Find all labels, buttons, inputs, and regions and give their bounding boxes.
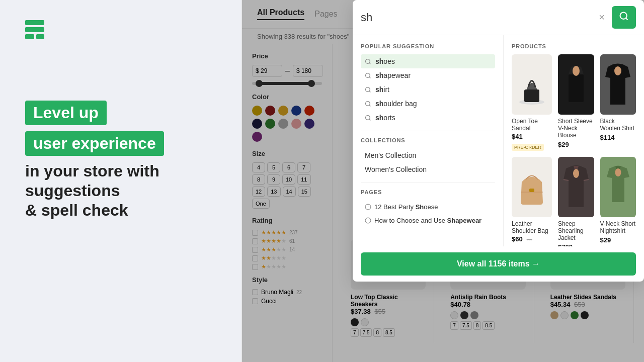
store-section: All Products Pages Showing 338 results f… [242,0,644,362]
sandal-name: Open Toe Sandal [512,118,552,132]
hero-text: Level up user experience in your store w… [25,101,216,342]
shirt-img [600,54,636,115]
svg-rect-1 [25,27,44,32]
svg-rect-0 [25,20,44,25]
svg-point-25 [573,66,580,76]
sandal-preorder-badge: PRE-ORDER [512,144,544,151]
shirt-name: Black Woolen Shirt [600,118,636,132]
hero-plain-2: suggestions [25,182,216,200]
jacket-img [558,157,594,217]
page-icon-shapewear [365,217,371,224]
search-icon-shirt [365,86,371,93]
svg-line-5 [626,18,628,20]
svg-line-13 [369,105,370,106]
product-leather-bag[interactable]: Leather Shoulder Bag $60 --- ON SALE [512,157,552,246]
blouse-img [558,54,594,115]
search-input[interactable] [361,11,592,24]
sandal-illustration [514,62,549,107]
suggestions-divider [361,131,495,131]
svg-line-9 [369,77,370,78]
logo-icon [25,20,45,40]
product-open-toe-sandal[interactable]: Open Toe Sandal $41 PRE-ORDER [512,54,552,151]
logo [25,20,216,40]
svg-point-29 [573,169,579,178]
search-bar: × [353,0,644,35]
svg-point-12 [366,101,370,106]
page-shapewear[interactable]: How to Choose and Use Shapewear [361,214,495,227]
product-nightshirt[interactable]: V-Neck Short Nightshirt $29 ON SALE [600,157,636,246]
product-vneck-blouse[interactable]: Short Sleeve V-Neck Blouse $29 [558,54,594,151]
suggestion-shoes[interactable]: shoes [361,54,495,68]
dropdown-body: POPULAR SUGGESTION shoes shapewear [353,35,644,246]
blouse-name: Short Sleeve V-Neck Blouse [558,118,594,139]
suggestion-shapewear[interactable]: shapewear [361,68,495,82]
collections-heading: COLLECTIONS [361,137,495,143]
svg-point-4 [620,13,627,19]
svg-rect-2 [25,34,34,39]
collection-womens[interactable]: Women's Collection [361,162,495,176]
bag-img [512,157,552,217]
blouse-illustration [561,62,591,107]
svg-point-14 [366,115,370,120]
search-dropdown: × POPULAR SUGGESTION [353,0,644,282]
sandal-img [512,54,552,115]
product-shearling-jacket[interactable]: Sheep Shearling Jacket $788 [558,157,594,246]
shirt-price: $114 [600,134,615,141]
product-woolen-shirt[interactable]: Black Woolen Shirt $114 [600,54,636,151]
nightshirt-illustration [604,164,632,210]
view-all-button[interactable]: View all 1156 items → [361,252,636,276]
hero-plain-1: in your store with [25,162,216,180]
svg-point-6 [366,59,370,63]
svg-rect-3 [36,34,44,39]
shirt-illustration [603,62,633,107]
products-column: PRODUCTS [504,35,644,246]
svg-point-30 [615,168,621,176]
suggestion-shorts[interactable]: shorts [361,111,495,125]
hero-badge-1: Level up [25,101,107,125]
hero-badge-2: user experience [25,131,164,156]
nightshirt-price: $29 [600,236,611,244]
search-clear-button[interactable]: × [597,10,607,25]
bag-illustration [512,164,552,210]
search-icon-shoes [365,58,371,65]
bag-name: Leather Shoulder Bag [512,220,552,234]
nightshirt-img [600,157,636,217]
jacket-illustration [561,164,591,210]
products-grid: Open Toe Sandal $41 PRE-ORDER [512,54,636,246]
jacket-price: $788 [558,243,573,246]
hero-section: Level up user experience in your store w… [0,0,242,362]
collection-mens[interactable]: Men's Collection [361,148,495,162]
suggestions-column: POPULAR SUGGESTION shoes shapewear [353,35,504,246]
svg-line-11 [369,91,370,92]
jacket-name: Sheep Shearling Jacket [558,220,594,241]
suggestion-shirt[interactable]: shirt [361,82,495,97]
blouse-price: $29 [558,141,569,148]
svg-point-8 [366,73,370,77]
nightshirt-name: V-Neck Short Nightshirt [600,220,636,234]
collections-divider [361,183,495,183]
products-heading: PRODUCTS [512,43,636,49]
svg-rect-28 [529,189,534,192]
suggestion-shoulder-bag[interactable]: shoulder bag [361,97,495,111]
svg-rect-24 [569,74,584,102]
popular-suggestion-heading: POPULAR SUGGESTION [361,43,495,49]
svg-rect-23 [524,89,539,102]
hero-plain-3: & spell check [25,201,216,220]
search-overlay[interactable]: × POPULAR SUGGESTION [242,0,644,362]
svg-point-10 [366,87,370,92]
page-party-shoes[interactable]: 12 Best Party Shoese [361,200,495,214]
search-icon-shapewear [365,72,371,79]
svg-line-7 [369,63,370,64]
search-go-button[interactable] [612,6,636,29]
sandal-price: $41 [512,133,523,140]
svg-point-26 [614,66,621,75]
svg-line-15 [369,119,370,120]
page-icon-party [365,204,371,210]
bag-price: $60 [512,235,523,243]
search-icon-shoulder [365,101,371,107]
pages-heading: PAGES [361,189,495,195]
search-icon-shorts [365,115,371,121]
